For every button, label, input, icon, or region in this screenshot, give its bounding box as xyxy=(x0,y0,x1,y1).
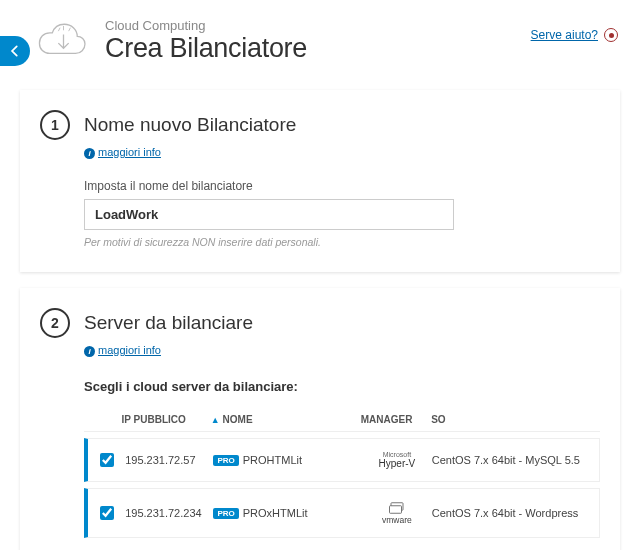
help-icon[interactable] xyxy=(604,28,618,42)
help-link[interactable]: Serve aiuto? xyxy=(531,28,598,42)
balancer-name-input[interactable] xyxy=(84,199,454,230)
manager-hyperv-icon: Microsoft Hyper-V xyxy=(362,451,432,469)
server-table-header: IP PUBBLICO ▲ NOME MANAGER SO xyxy=(84,408,600,432)
pro-badge: PRO xyxy=(213,508,238,519)
col-ip-header[interactable]: IP PUBBLICO xyxy=(122,414,211,425)
server-checkbox[interactable] xyxy=(100,453,114,467)
col-name-header[interactable]: ▲ NOME xyxy=(211,414,361,425)
step2-more-info-link[interactable]: maggiori info xyxy=(98,344,161,356)
server-name: PROHTMLit xyxy=(243,454,302,466)
server-checkbox[interactable] xyxy=(100,506,114,520)
back-button[interactable] xyxy=(0,36,30,66)
balancer-name-hint: Per motivi di sicurezza NON inserire dat… xyxy=(84,236,600,248)
server-row[interactable]: 195.231.72.57 PROPROHTMLit Microsoft Hyp… xyxy=(84,438,600,482)
server-row[interactable]: 195.231.72.234 PROPROxHTMLit vmware Cent… xyxy=(84,488,600,538)
step2-number: 2 xyxy=(40,308,70,338)
server-ip: 195.231.72.234 xyxy=(125,507,213,519)
balancer-name-label: Imposta il nome del bilanciatore xyxy=(84,179,600,193)
col-so-header[interactable]: SO xyxy=(431,414,600,425)
step1-card: 1 Nome nuovo Bilanciatore imaggiori info… xyxy=(20,90,620,272)
info-icon: i xyxy=(84,346,95,357)
cloud-icon xyxy=(36,18,91,58)
step1-number: 1 xyxy=(40,110,70,140)
manager-vmware-icon: vmware xyxy=(362,501,432,525)
pro-badge: PRO xyxy=(213,455,238,466)
step1-title: Nome nuovo Bilanciatore xyxy=(84,114,296,136)
server-os: CentOS 7.x 64bit - MySQL 5.5 xyxy=(432,454,599,466)
info-icon: i xyxy=(84,148,95,159)
server-name: PROxHTMLit xyxy=(243,507,308,519)
help-section: Serve aiuto? xyxy=(531,28,618,42)
server-os: CentOS 7.x 64bit - Wordpress xyxy=(432,507,599,519)
choose-servers-label: Scegli i cloud server da bilanciare: xyxy=(84,379,600,394)
svg-rect-1 xyxy=(389,506,401,514)
page-header: Cloud Computing Crea Bilanciatore Serve … xyxy=(0,0,640,74)
step1-more-info-link[interactable]: maggiori info xyxy=(98,146,161,158)
step2-title: Server da bilanciare xyxy=(84,312,253,334)
chevron-left-icon xyxy=(8,44,22,58)
server-ip: 195.231.72.57 xyxy=(125,454,213,466)
sort-asc-icon: ▲ xyxy=(211,415,220,425)
col-manager-header[interactable]: MANAGER xyxy=(361,414,431,425)
step2-card: 2 Server da bilanciare imaggiori info Sc… xyxy=(20,288,620,550)
